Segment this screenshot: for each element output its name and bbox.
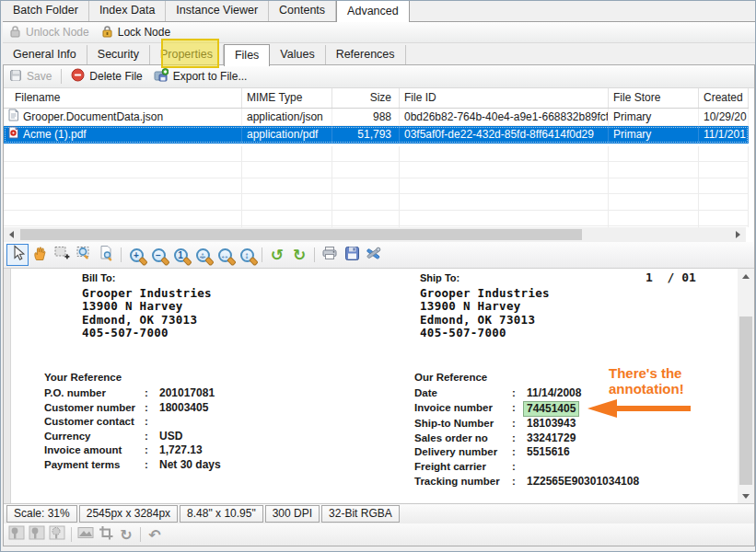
- json-file-icon: [7, 109, 19, 126]
- zoom-in-button[interactable]: +: [125, 244, 147, 266]
- levels-icon: [77, 525, 94, 544]
- node-toolbar: Unlock Node Lock Node: [3, 22, 755, 43]
- tab-index-data[interactable]: Index Data: [89, 1, 166, 21]
- image-tools-toolbar: ↻ ↶: [4, 523, 754, 546]
- save-button[interactable]: Save: [4, 65, 57, 87]
- unlock-node-label: Unlock Node: [26, 26, 89, 39]
- address-line: 13900 N Harvey: [420, 300, 550, 313]
- toolbar-separator: [262, 247, 262, 262]
- unlock-icon: [8, 25, 21, 40]
- refresh-button[interactable]: ↻: [116, 525, 136, 544]
- image-tool-button-3[interactable]: [47, 525, 67, 544]
- document-vertical-scrollbar[interactable]: [738, 269, 754, 503]
- reference-row: Customer number:18003405: [44, 401, 221, 416]
- file-store-cell: Primary: [609, 109, 699, 126]
- horizontal-scrollbar-thumb[interactable]: [20, 229, 582, 240]
- crop-button[interactable]: [96, 525, 116, 544]
- our-reference-heading: Our Reference: [414, 372, 639, 383]
- zoom-fit-button[interactable]: ↔↕: [192, 244, 214, 266]
- tab-advanced[interactable]: Advanced: [336, 0, 410, 22]
- adjust-image-button[interactable]: [76, 525, 96, 544]
- undo-button[interactable]: ↶: [145, 525, 165, 544]
- filename-cell: Acme (1).pdf: [23, 126, 87, 143]
- export-to-file-button[interactable]: Export to File...: [148, 65, 253, 87]
- file-store-cell: Primary: [609, 126, 699, 144]
- fit-height-button[interactable]: ↕: [236, 244, 258, 266]
- undo-icon: ↶: [148, 526, 160, 544]
- size-cell: 988: [332, 109, 400, 126]
- address-line: Edmond, OK 73013: [420, 314, 550, 327]
- tab-files[interactable]: Files: [224, 44, 270, 66]
- tab-instance-viewer[interactable]: Instance Viewer: [166, 1, 269, 21]
- created-cell: 11/1/201: [699, 126, 749, 144]
- tab-references[interactable]: References: [326, 45, 406, 65]
- delete-file-label: Delete File: [89, 70, 142, 83]
- scroll-up-button[interactable]: [738, 269, 754, 283]
- pixel-dimensions-status: 2545px x 3284px: [79, 505, 178, 523]
- scroll-down-button[interactable]: [738, 489, 754, 503]
- reference-row: Payment terms:Net 30 days: [44, 458, 221, 473]
- printer-icon: [321, 246, 338, 264]
- zoom-100-icon: 1: [174, 248, 188, 262]
- reference-row: Delivery number:5515616: [414, 445, 639, 460]
- document-viewer[interactable]: 1 / 01 Bill To: Grooper Industries 13900…: [4, 269, 754, 503]
- delete-icon: [71, 68, 85, 85]
- column-header-created[interactable]: Created: [699, 88, 749, 108]
- lock-node-label: Lock Node: [118, 26, 170, 39]
- vertical-scrollbar-thumb[interactable]: [739, 316, 752, 485]
- scroll-right-button[interactable]: [730, 227, 746, 242]
- reference-row: Invoice amount:1,727.13: [44, 443, 221, 458]
- pan-tool-button[interactable]: [29, 244, 51, 266]
- annotation-line: There's the: [609, 365, 684, 381]
- down-arrow-icon: [742, 494, 750, 499]
- column-header-filename[interactable]: Filename: [4, 88, 242, 108]
- tab-values[interactable]: Values: [270, 45, 325, 65]
- column-header-size[interactable]: Size: [332, 88, 400, 108]
- files-tab-page: Save Delete File Export to File... Filen…: [3, 64, 755, 546]
- rotate-left-button[interactable]: ↺: [266, 244, 288, 266]
- image-tool-button-2[interactable]: [27, 525, 47, 544]
- tab-security[interactable]: Security: [87, 45, 150, 65]
- select-region-button[interactable]: [51, 244, 73, 266]
- table-row-json[interactable]: Grooper.DocumentData.json application/js…: [4, 109, 749, 126]
- preview-page-button[interactable]: [95, 244, 117, 266]
- tab-contents[interactable]: Contents: [269, 1, 336, 21]
- save-image-button[interactable]: [341, 244, 363, 266]
- image-thumbnail-icon: [8, 525, 25, 544]
- reference-row: Tracking number:1Z2565E90301034108: [414, 475, 639, 489]
- zoom-region-icon: [76, 245, 92, 265]
- rotate-right-button[interactable]: ↻: [288, 244, 310, 266]
- rotate-right-icon: ↻: [293, 246, 306, 264]
- your-reference-heading: Your Reference: [44, 372, 221, 383]
- annotation-arrow-icon: [584, 397, 696, 420]
- table-row-pdf-selected[interactable]: Acme (1).pdf application/pdf 51,793 03f5…: [4, 126, 749, 144]
- zoom-actual-size-button[interactable]: 1: [169, 244, 192, 266]
- unlock-node-button[interactable]: Unlock Node: [3, 22, 95, 42]
- zoom-selection-button[interactable]: [73, 244, 95, 266]
- column-header-file-store[interactable]: File Store: [609, 88, 699, 108]
- address-line: Grooper Industries: [82, 287, 212, 300]
- zoom-out-icon: −: [152, 248, 166, 262]
- column-header-file-id[interactable]: File ID: [400, 88, 609, 108]
- ship-to-address: Grooper Industries 13900 N Harvey Edmond…: [420, 287, 550, 339]
- save-label: Save: [27, 70, 52, 83]
- scroll-left-button[interactable]: [4, 227, 19, 242]
- grid-line: [331, 146, 332, 227]
- export-icon: [154, 68, 169, 85]
- tab-general-info[interactable]: General Info: [3, 45, 87, 65]
- fit-width-button[interactable]: ↔: [214, 244, 236, 266]
- zoom-out-button[interactable]: −: [147, 244, 169, 266]
- settings-button[interactable]: [363, 244, 385, 266]
- image-tool-button-1[interactable]: [6, 525, 27, 544]
- rotate-left-icon: ↺: [271, 246, 284, 264]
- image-thumbnail-icon: [29, 525, 45, 544]
- tab-batch-folder[interactable]: Batch Folder: [3, 1, 89, 21]
- table-horizontal-scrollbar[interactable]: [4, 227, 746, 242]
- column-header-mime-type[interactable]: MIME Type: [242, 88, 332, 108]
- delete-file-button[interactable]: Delete File: [65, 65, 147, 87]
- page-magnifier-icon: [98, 245, 114, 265]
- reference-row: Freight carrier:: [414, 460, 639, 475]
- pointer-tool-button[interactable]: [6, 244, 29, 266]
- size-cell: 51,793: [332, 126, 400, 144]
- print-button[interactable]: [319, 244, 341, 266]
